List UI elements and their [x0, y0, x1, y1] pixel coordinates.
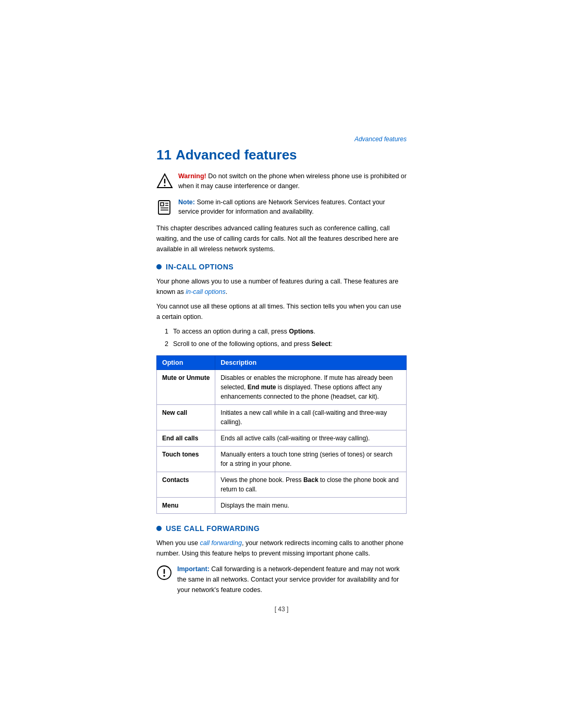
bullet-icon: [156, 264, 162, 269]
step-2-bold: Select: [311, 340, 331, 348]
intro-paragraph: This chapter describes advanced calling …: [156, 223, 407, 254]
section2-para1-before: When you use: [156, 539, 200, 547]
section1-link1: in-call options: [186, 288, 225, 295]
section2-para1: When you use call forwarding, your netwo…: [156, 538, 407, 559]
col-header-option: Option: [157, 356, 215, 370]
warning-text: Warning! Do not switch on the phone when…: [178, 171, 407, 191]
col-header-description: Description: [215, 356, 407, 370]
chapter-number: 11: [156, 147, 172, 163]
note-text: Note: Some in-call options are Network S…: [178, 198, 407, 217]
step-2-num: 2: [165, 339, 173, 349]
note-label: Note:: [178, 199, 195, 206]
important-icon: [156, 565, 172, 581]
description-cell: Manually enters a touch tone string (ser…: [215, 447, 407, 472]
option-cell: Contacts: [157, 472, 215, 498]
breadcrumb-text: Advanced features: [354, 135, 407, 143]
description-cell: Initiates a new call while in a call (ca…: [215, 405, 407, 430]
steps-list: 1 To access an option during a call, pre…: [165, 326, 407, 349]
table-row: Touch tones Manually enters a touch tone…: [157, 447, 407, 472]
svg-rect-4: [161, 203, 164, 206]
table-row: Menu Displays the main menu.: [157, 498, 407, 514]
chapter-title: 11Advanced features: [156, 147, 407, 163]
content-area: Advanced features 11Advanced features Wa…: [156, 0, 407, 644]
description-cell: Displays the main menu.: [215, 498, 407, 514]
page-number: [ 43 ]: [156, 606, 407, 613]
bullet-icon-2: [156, 526, 162, 531]
table-body: Mute or Unmute Disables or enables the m…: [157, 370, 407, 514]
page: Advanced features 11Advanced features Wa…: [0, 0, 563, 728]
section2-title: USE CALL FORWARDING: [166, 524, 260, 533]
section2-header: USE CALL FORWARDING: [156, 524, 407, 533]
important-text: Important: Call forwarding is a network-…: [177, 564, 407, 595]
warning-label: Warning!: [178, 172, 206, 180]
description-cell: Disables or enables the microphone. If m…: [215, 370, 407, 405]
option-cell: Mute or Unmute: [157, 370, 215, 405]
breadcrumb: Advanced features: [156, 135, 407, 143]
chapter-title-text: Advanced features: [176, 147, 297, 163]
step-2: 2 Scroll to one of the following options…: [165, 339, 407, 349]
section1-title: IN-CALL OPTIONS: [166, 263, 234, 271]
warning-body: Do not switch on the phone when wireless…: [178, 172, 407, 190]
warning-box: Warning! Do not switch on the phone when…: [156, 171, 407, 191]
table-row: New call Initiates a new call while in a…: [157, 405, 407, 430]
step-1-bold: Options: [289, 328, 313, 335]
important-label: Important:: [177, 565, 210, 573]
note-box: Note: Some in-call options are Network S…: [156, 198, 407, 217]
end-mute-bold: End mute: [248, 384, 276, 391]
table-row: End all calls Ends all active calls (cal…: [157, 430, 407, 447]
option-cell: Touch tones: [157, 447, 215, 472]
back-bold: Back: [303, 476, 319, 484]
section1-para1end: .: [226, 288, 227, 295]
section2-link1: call forwarding: [200, 539, 242, 547]
important-body: Call forwarding is a network-dependent f…: [177, 565, 400, 594]
svg-point-11: [163, 575, 165, 577]
note-body: Some in-call options are Network Service…: [178, 199, 385, 216]
description-cell: Views the phone book. Press Back to clos…: [215, 472, 407, 498]
step-2-text: Scroll to one of the following options, …: [173, 339, 407, 349]
table-row: Contacts Views the phone book. Press Bac…: [157, 472, 407, 498]
section1-para1: Your phone allows you to use a number of…: [156, 276, 407, 297]
section1-para2: You cannot use all these options at all …: [156, 301, 407, 322]
option-cell: End all calls: [157, 430, 215, 447]
section1-header: IN-CALL OPTIONS: [156, 263, 407, 271]
svg-point-2: [164, 185, 166, 187]
option-cell: Menu: [157, 498, 215, 514]
table-header: Option Description: [157, 356, 407, 370]
step-1-text: To access an option during a call, press…: [173, 326, 407, 337]
step-1: 1 To access an option during a call, pre…: [165, 326, 407, 337]
step-1-num: 1: [165, 326, 173, 337]
table-header-row: Option Description: [157, 356, 407, 370]
options-table: Option Description Mute or Unmute Disabl…: [156, 355, 407, 514]
table-row: Mute or Unmute Disables or enables the m…: [157, 370, 407, 405]
note-icon: [156, 199, 173, 215]
option-cell: New call: [157, 405, 215, 430]
warning-icon: [156, 172, 173, 189]
description-cell: Ends all active calls (call-waiting or t…: [215, 430, 407, 447]
important-box: Important: Call forwarding is a network-…: [156, 564, 407, 595]
